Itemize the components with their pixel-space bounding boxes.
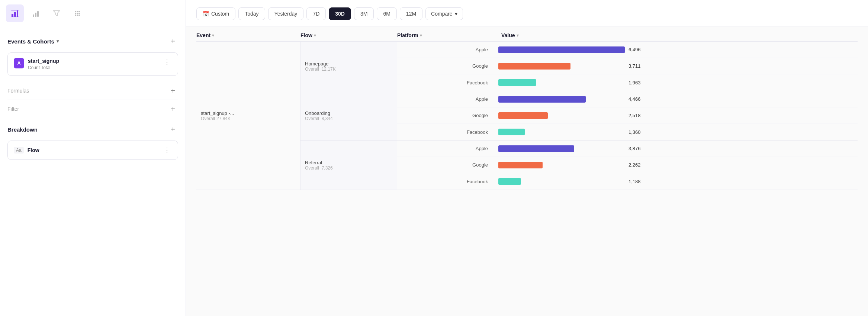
breakdown-title: Breakdown — [7, 126, 38, 133]
bar-row: 1,360 — [494, 126, 858, 138]
main-content: 📅 Custom Today Yesterday 7D 30D 3M 6M 12… — [186, 0, 868, 316]
event-more-button[interactable]: ⋮ — [162, 58, 172, 66]
flow-cell-sub: Overall 12.17K — [305, 67, 392, 72]
flow-col-header[interactable]: Flow ▾ — [300, 32, 397, 38]
bar-facebook — [498, 79, 536, 86]
value-label: 4,466 — [629, 96, 641, 102]
bar-facebook — [498, 178, 521, 185]
filter-label: Filter — [7, 106, 19, 112]
platform-value-col: Apple6,496Google3,711Facebook1,963 — [397, 42, 858, 91]
value-label: 3,876 — [629, 146, 641, 151]
add-formula-button[interactable]: + — [168, 86, 178, 96]
svg-rect-6 — [35, 13, 36, 17]
flow-cell-name: Onboarding — [305, 110, 392, 116]
bar-google — [498, 162, 543, 168]
platform-row: Facebook1,963 — [397, 74, 858, 91]
platform-row: Apple3,876 — [397, 141, 858, 157]
sidebar: Events & Cohorts ▾ + A start_signup Coun… — [0, 0, 186, 316]
table-row: start_signup -... Overall 27.84K Homepag… — [196, 42, 858, 190]
bar-apple — [498, 145, 574, 152]
bar-apple — [498, 96, 586, 103]
platform-col-header[interactable]: Platform ▾ — [397, 32, 501, 38]
6m-button[interactable]: 6M — [377, 7, 396, 20]
flow-cell-sub: Overall 8,344 — [305, 116, 392, 121]
7d-button[interactable]: 7D — [306, 7, 326, 20]
formulas-label: Formulas — [7, 88, 29, 94]
30d-button[interactable]: 30D — [329, 7, 351, 20]
events-cohorts-title[interactable]: Events & Cohorts ▾ — [7, 38, 59, 45]
svg-rect-2 — [17, 10, 18, 17]
flow-sort-icon: ▾ — [314, 33, 316, 38]
breakdown-header: Breakdown + — [7, 124, 178, 135]
event-subtitle: Count Total — [28, 65, 59, 70]
add-event-button[interactable]: + — [168, 36, 178, 46]
svg-rect-0 — [12, 14, 13, 17]
toolbar: 📅 Custom Today Yesterday 7D 30D 3M 6M 12… — [186, 0, 868, 26]
breakdown-more-button[interactable]: ⋮ — [162, 146, 172, 154]
breakdown-name: Flow — [28, 147, 39, 153]
compare-button[interactable]: Compare ▾ — [425, 7, 463, 20]
bar-row: 3,711 — [494, 60, 858, 72]
svg-point-9 — [77, 11, 78, 12]
platform-name: Google — [397, 162, 494, 168]
platform-row: Facebook1,188 — [397, 173, 858, 190]
chevron-down-icon: ▾ — [57, 39, 59, 44]
flow-cell: Homepage Overall 12.17K — [300, 42, 397, 91]
bar-row: 1,963 — [494, 76, 858, 89]
data-table: Event ▾ Flow ▾ Platform ▾ Value ▾ start_… — [186, 26, 868, 316]
platform-name: Facebook — [397, 179, 494, 184]
flow-rows: Homepage Overall 12.17K Apple6,496Google… — [300, 42, 858, 190]
bar-facebook — [498, 129, 525, 135]
svg-rect-5 — [33, 14, 34, 17]
value-label: 2,262 — [629, 162, 641, 168]
event-avatar: A — [14, 58, 24, 68]
value-label: 6,496 — [629, 47, 641, 52]
yesterday-button[interactable]: Yesterday — [268, 7, 304, 20]
flow-cell-sub: Overall 7,326 — [305, 165, 392, 171]
svg-rect-7 — [37, 11, 39, 17]
bar-google — [498, 63, 570, 70]
add-filter-button[interactable]: + — [168, 104, 178, 114]
platform-name: Google — [397, 63, 494, 69]
tab-bar[interactable] — [27, 4, 45, 22]
platform-value-col: Apple4,466Google2,518Facebook1,360 — [397, 91, 858, 140]
sidebar-content: Events & Cohorts ▾ + A start_signup Coun… — [0, 27, 186, 316]
sidebar-tabs — [0, 0, 186, 27]
3m-button[interactable]: 3M — [354, 7, 374, 20]
platform-name: Apple — [397, 96, 494, 102]
platform-value-col: Apple3,876Google2,262Facebook1,188 — [397, 141, 858, 190]
value-col-header[interactable]: Value ▾ — [501, 32, 858, 38]
12m-button[interactable]: 12M — [400, 7, 422, 20]
table-body: start_signup -... Overall 27.84K Homepag… — [196, 42, 858, 190]
flow-cell: Onboarding Overall 8,344 — [300, 91, 397, 140]
add-breakdown-button[interactable]: + — [168, 124, 178, 135]
calendar-icon: 📅 — [203, 11, 209, 17]
flow-cell: Referral Overall 7,326 — [300, 141, 397, 190]
svg-point-14 — [75, 14, 76, 16]
bar-row: 3,876 — [494, 142, 858, 155]
tab-funnel[interactable] — [48, 4, 65, 22]
bar-google — [498, 112, 548, 119]
tab-grid[interactable] — [68, 4, 86, 22]
bar-row: 2,518 — [494, 109, 858, 122]
platform-row: Google2,518 — [397, 107, 858, 124]
bar-row: 2,262 — [494, 159, 858, 171]
event-col-header[interactable]: Event ▾ — [196, 32, 300, 38]
today-button[interactable]: Today — [238, 7, 265, 20]
event-sort-icon: ▾ — [212, 33, 214, 38]
platform-name: Facebook — [397, 80, 494, 86]
custom-date-button[interactable]: 📅 Custom — [196, 7, 235, 20]
value-label: 1,963 — [629, 80, 641, 86]
platform-name: Apple — [397, 47, 494, 52]
event-name: start_signup — [28, 58, 59, 64]
platform-row: Facebook1,360 — [397, 124, 858, 140]
value-label: 2,518 — [629, 113, 641, 118]
svg-rect-1 — [14, 12, 16, 17]
platform-row: Google2,262 — [397, 157, 858, 173]
value-sort-icon: ▾ — [517, 33, 519, 38]
flow-cell-name: Referral — [305, 160, 392, 165]
chevron-down-icon: ▾ — [455, 11, 457, 17]
tab-chart[interactable] — [6, 4, 24, 22]
event-cell-name: start_signup -... — [201, 110, 296, 116]
flow-row: Referral Overall 7,326 Apple3,876Google2… — [300, 141, 858, 190]
